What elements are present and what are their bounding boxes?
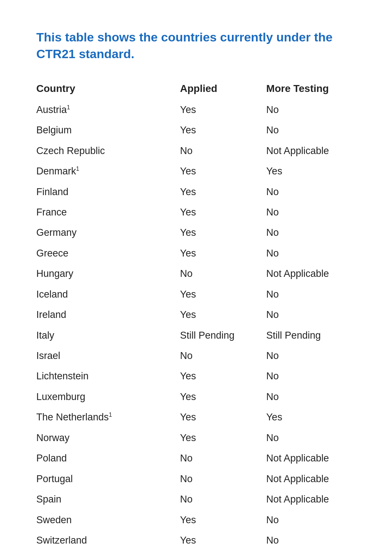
- cell-country: France: [36, 202, 180, 222]
- table-row: Austria1YesNo: [36, 100, 356, 120]
- cell-more-testing: No: [266, 550, 356, 553]
- cell-applied: Yes: [180, 120, 266, 140]
- cell-applied: Yes: [180, 387, 266, 407]
- cell-applied: Still Pending: [180, 325, 266, 346]
- cell-country: Portugal: [36, 469, 180, 489]
- cell-more-testing: No: [266, 510, 356, 530]
- cell-applied: Yes: [180, 530, 266, 550]
- cell-more-testing: Not Applicable: [266, 489, 356, 509]
- table-row: FranceYesNo: [36, 202, 356, 222]
- cell-more-testing: No: [266, 222, 356, 243]
- col-header-more-testing: More Testing: [266, 80, 356, 100]
- cell-more-testing: Yes: [266, 407, 356, 427]
- cell-more-testing: No: [266, 120, 356, 140]
- cell-country: Belgium: [36, 120, 180, 140]
- cell-applied: No: [180, 263, 266, 284]
- cell-country: Finland: [36, 182, 180, 202]
- table-row: FinlandYesNo: [36, 182, 356, 202]
- table-row: PolandNoNot Applicable: [36, 448, 356, 468]
- cell-applied: Yes: [180, 550, 266, 553]
- cell-applied: Yes: [180, 100, 266, 120]
- cell-applied: Yes: [180, 222, 266, 243]
- table-row: NorwayYesNo: [36, 428, 356, 448]
- table-row: Czech RepublicNoNot Applicable: [36, 141, 356, 161]
- table-row: SwedenYesNo: [36, 510, 356, 530]
- cell-applied: Yes: [180, 366, 266, 386]
- cell-more-testing: Yes: [266, 161, 356, 181]
- table-row: IsraelNoNo: [36, 346, 356, 366]
- cell-more-testing: No: [266, 530, 356, 550]
- cell-more-testing: Not Applicable: [266, 448, 356, 468]
- cell-country: Hungary: [36, 263, 180, 284]
- cell-more-testing: No: [266, 243, 356, 263]
- cell-country: Ireland: [36, 304, 180, 325]
- table-row: IrelandYesNo: [36, 304, 356, 325]
- table-header-row: Country Applied More Testing: [36, 80, 356, 100]
- cell-more-testing: No: [266, 346, 356, 366]
- cell-applied: Yes: [180, 202, 266, 222]
- cell-country: Denmark1: [36, 161, 180, 181]
- cell-applied: Yes: [180, 407, 266, 427]
- cell-country: Iceland: [36, 284, 180, 304]
- table-row: BelgiumYesNo: [36, 120, 356, 140]
- cell-country: Greece: [36, 243, 180, 263]
- cell-country: The Netherlands1: [36, 407, 180, 427]
- cell-more-testing: No: [266, 387, 356, 407]
- cell-country: Lichtenstein: [36, 366, 180, 386]
- cell-applied: Yes: [180, 182, 266, 202]
- ctr21-table: Country Applied More Testing Austria1Yes…: [36, 80, 356, 553]
- table-row: PortugalNoNot Applicable: [36, 469, 356, 489]
- table-row: IcelandYesNo: [36, 284, 356, 304]
- table-row: GreeceYesNo: [36, 243, 356, 263]
- cell-applied: No: [180, 141, 266, 161]
- cell-country: United Kingdom: [36, 550, 180, 553]
- cell-applied: Yes: [180, 510, 266, 530]
- cell-country: Sweden: [36, 510, 180, 530]
- cell-more-testing: No: [266, 284, 356, 304]
- cell-more-testing: No: [266, 304, 356, 325]
- table-row: ItalyStill PendingStill Pending: [36, 325, 356, 346]
- table-row: LuxemburgYesNo: [36, 387, 356, 407]
- col-header-applied: Applied: [180, 80, 266, 100]
- cell-country: Norway: [36, 428, 180, 448]
- cell-more-testing: No: [266, 202, 356, 222]
- cell-more-testing: No: [266, 366, 356, 386]
- cell-more-testing: Still Pending: [266, 325, 356, 346]
- page-container: This table shows the countries currently…: [0, 0, 392, 553]
- cell-applied: Yes: [180, 161, 266, 181]
- cell-more-testing: Not Applicable: [266, 263, 356, 284]
- cell-more-testing: No: [266, 182, 356, 202]
- page-title: This table shows the countries currently…: [36, 29, 356, 62]
- cell-country: Spain: [36, 489, 180, 509]
- cell-country: Israel: [36, 346, 180, 366]
- cell-country: Luxemburg: [36, 387, 180, 407]
- cell-applied: Yes: [180, 243, 266, 263]
- table-row: LichtensteinYesNo: [36, 366, 356, 386]
- col-header-country: Country: [36, 80, 180, 100]
- cell-applied: Yes: [180, 304, 266, 325]
- cell-applied: No: [180, 469, 266, 489]
- cell-country: Italy: [36, 325, 180, 346]
- cell-applied: No: [180, 448, 266, 468]
- cell-more-testing: No: [266, 100, 356, 120]
- cell-applied: No: [180, 346, 266, 366]
- table-row: United KingdomYesNo: [36, 550, 356, 553]
- cell-more-testing: Not Applicable: [266, 141, 356, 161]
- table-row: SwitzerlandYesNo: [36, 530, 356, 550]
- cell-more-testing: No: [266, 428, 356, 448]
- cell-country: Switzerland: [36, 530, 180, 550]
- table-row: The Netherlands1YesYes: [36, 407, 356, 427]
- cell-country: Czech Republic: [36, 141, 180, 161]
- table-row: GermanyYesNo: [36, 222, 356, 243]
- cell-applied: No: [180, 489, 266, 509]
- cell-more-testing: Not Applicable: [266, 469, 356, 489]
- cell-applied: Yes: [180, 428, 266, 448]
- cell-applied: Yes: [180, 284, 266, 304]
- table-row: HungaryNoNot Applicable: [36, 263, 356, 284]
- table-row: SpainNoNot Applicable: [36, 489, 356, 509]
- cell-country: Austria1: [36, 100, 180, 120]
- cell-country: Germany: [36, 222, 180, 243]
- cell-country: Poland: [36, 448, 180, 468]
- table-row: Denmark1YesYes: [36, 161, 356, 181]
